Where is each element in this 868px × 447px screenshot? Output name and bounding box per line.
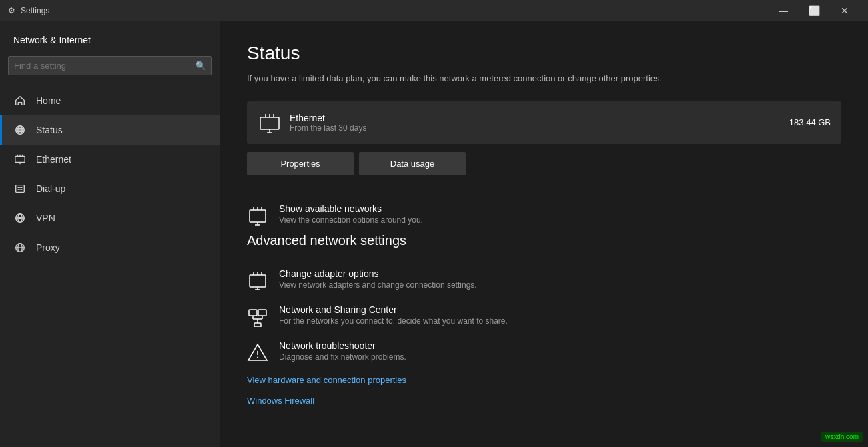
sidebar-item-home-label: Home — [36, 95, 61, 106]
settings-icon: ⚙ — [8, 6, 15, 15]
sidebar-item-ethernet[interactable]: Ethernet — [0, 145, 220, 174]
content-area: Status If you have a limited data plan, … — [220, 21, 868, 447]
svg-rect-24 — [260, 117, 279, 129]
sharing-desc: For the networks you connect to, decide … — [279, 316, 508, 326]
svg-point-16 — [21, 189, 23, 190]
app-title: Settings — [21, 6, 49, 15]
sharing-center-item[interactable]: Network and Sharing Center For the netwo… — [247, 298, 841, 334]
sidebar: Network & Internet 🔍 Home — [0, 21, 220, 447]
windows-firewall-link[interactable]: Windows Firewall — [247, 390, 841, 411]
troubleshoot-icon — [247, 342, 268, 363]
data-usage-button[interactable]: Data usage — [359, 152, 466, 175]
sidebar-item-dialup-label: Dial-up — [36, 183, 65, 194]
svg-rect-5 — [15, 157, 25, 163]
sidebar-item-status-label: Status — [36, 125, 63, 135]
view-hardware-link[interactable]: View hardware and connection properties — [247, 370, 841, 390]
show-networks-title: Show available networks — [279, 203, 423, 214]
search-icon: 🔍 — [195, 61, 206, 71]
ethernet-text: Ethernet From the last 30 days — [290, 113, 366, 133]
title-bar-left: ⚙ Settings — [8, 6, 49, 15]
proxy-icon — [13, 241, 27, 254]
sidebar-section-title: Network & Internet — [0, 27, 220, 51]
globe-icon — [13, 123, 27, 137]
sharing-icon — [247, 306, 268, 327]
ethernet-card-icon — [258, 111, 282, 135]
sidebar-item-ethernet-label: Ethernet — [36, 154, 71, 165]
show-networks-icon — [247, 205, 268, 226]
app-body: Network & Internet 🔍 Home — [0, 21, 868, 447]
minimize-button[interactable]: — — [768, 0, 799, 21]
svg-rect-43 — [258, 310, 266, 316]
advanced-section-heading: Advanced network settings — [247, 233, 841, 248]
svg-point-13 — [21, 187, 23, 188]
ethernet-info: Ethernet From the last 30 days — [258, 111, 366, 135]
sharing-title: Network and Sharing Center — [279, 304, 508, 315]
svg-point-20 — [19, 217, 21, 219]
adapter-icon — [247, 270, 268, 291]
sidebar-item-status[interactable]: Status — [0, 115, 220, 145]
change-adapter-item[interactable]: Change adapter options View network adap… — [247, 262, 841, 298]
ethernet-nav-icon — [13, 153, 27, 166]
show-networks-item[interactable]: Show available networks View the connect… — [247, 197, 841, 233]
svg-rect-30 — [250, 210, 266, 222]
adapter-text: Change adapter options View network adap… — [279, 268, 477, 290]
sidebar-item-vpn-label: VPN — [36, 213, 55, 223]
dialup-icon — [13, 182, 27, 195]
sidebar-item-home[interactable]: Home — [0, 86, 220, 115]
troubleshooter-item[interactable]: Network troubleshooter Diagnose and fix … — [247, 334, 841, 370]
svg-point-12 — [19, 187, 21, 188]
show-networks-desc: View the connection options around you. — [279, 215, 423, 225]
svg-rect-42 — [249, 310, 257, 316]
ethernet-sub: From the last 30 days — [290, 123, 366, 133]
sidebar-item-proxy[interactable]: Proxy — [0, 233, 220, 262]
svg-rect-48 — [254, 323, 261, 327]
svg-rect-36 — [250, 275, 266, 287]
close-button[interactable]: ✕ — [829, 0, 860, 21]
vpn-icon — [13, 211, 27, 225]
troubleshoot-title: Network troubleshooter — [279, 340, 406, 351]
watermark: wsxdn.com — [821, 432, 863, 442]
troubleshoot-text: Network troubleshooter Diagnose and fix … — [279, 340, 406, 362]
action-buttons-row: Properties Data usage — [247, 152, 841, 175]
ethernet-usage: 183.44 GB — [789, 117, 831, 127]
search-box[interactable]: 🔍 — [8, 56, 212, 75]
page-title: Status — [247, 43, 841, 64]
svg-point-14 — [17, 189, 19, 190]
title-bar: ⚙ Settings — ⬜ ✕ — [0, 0, 868, 21]
ethernet-card: Ethernet From the last 30 days 183.44 GB — [247, 101, 841, 144]
adapter-title: Change adapter options — [279, 268, 477, 279]
search-input[interactable] — [14, 61, 191, 71]
sidebar-item-dialup[interactable]: Dial-up — [0, 174, 220, 203]
properties-button[interactable]: Properties — [247, 152, 354, 175]
svg-point-15 — [19, 189, 21, 190]
home-icon — [13, 94, 27, 107]
sharing-text: Network and Sharing Center For the netwo… — [279, 304, 508, 326]
page-subtitle: If you have a limited data plan, you can… — [247, 72, 841, 85]
title-bar-controls: — ⬜ ✕ — [768, 0, 860, 21]
svg-point-11 — [17, 187, 19, 188]
maximize-button[interactable]: ⬜ — [799, 0, 829, 21]
ethernet-name: Ethernet — [290, 113, 366, 123]
show-networks-text: Show available networks View the connect… — [279, 203, 423, 225]
sidebar-item-proxy-label: Proxy — [36, 242, 60, 253]
sidebar-item-vpn[interactable]: VPN — [0, 203, 220, 233]
svg-point-51 — [257, 356, 258, 358]
adapter-desc: View network adapters and change connect… — [279, 280, 477, 290]
troubleshoot-desc: Diagnose and fix network problems. — [279, 352, 406, 362]
